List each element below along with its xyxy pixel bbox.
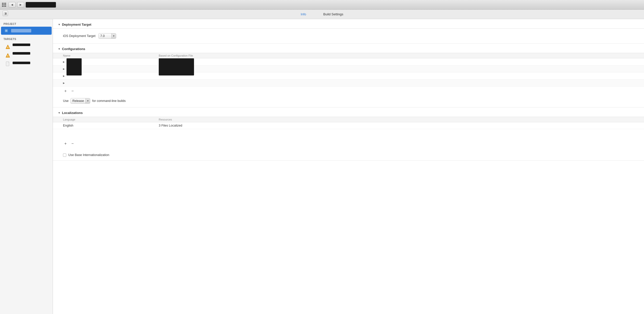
config-add-button[interactable]: + (63, 89, 68, 94)
project-icon (4, 28, 9, 33)
config-rows-container: ▶ ▶ (53, 58, 644, 87)
configurations-header: ▼ Configurations (53, 44, 644, 53)
loc-row-english: English 3 Files Localized (53, 122, 644, 129)
tab-bar: ◨ Info Build Settings (0, 10, 644, 19)
localizations-chevron[interactable]: ▼ (58, 111, 60, 114)
config-row-1-name: ▶ (63, 61, 155, 63)
sidebar-item-project[interactable] (1, 27, 52, 35)
release-select[interactable]: Release ▼ (71, 98, 90, 104)
loc-actions: + − (53, 139, 644, 150)
ios-deployment-label: iOS Deployment Target (63, 34, 95, 38)
config-row-4-name: ▶ (63, 82, 155, 84)
config-row-2-expand[interactable]: ▶ (63, 68, 67, 70)
targets-section-label: TARGETS (0, 37, 53, 42)
deployment-target-header: ▼ Deployment Target (53, 19, 644, 29)
use-label: Use (63, 99, 69, 103)
project-section-label: PROJECT (0, 22, 53, 26)
base-intl-row: Use Base Internationalization (53, 150, 644, 160)
loc-col-res-header: Resources (159, 118, 634, 121)
loc-col-lang-header: Language (63, 118, 159, 121)
svg-rect-1 (5, 30, 7, 32)
collapse-sidebar-button[interactable]: ◨ (3, 11, 8, 16)
release-arrow: ▼ (85, 98, 90, 104)
sidebar-item-target-1[interactable]: A (4, 43, 49, 50)
config-remove-button[interactable]: − (70, 89, 75, 94)
localizations-section: ▼ Localizations Language Resources Engli… (53, 107, 644, 161)
project-title-bar (26, 2, 56, 8)
config-row-2: ▶ (53, 65, 644, 72)
loc-empty-space (53, 129, 644, 139)
svg-text:A: A (7, 46, 9, 49)
targets-list: A A (3, 43, 50, 76)
loc-language-english: English (63, 124, 159, 127)
configurations-chevron[interactable]: ▼ (58, 48, 60, 50)
config-row-3-expand[interactable]: ▶ (63, 75, 67, 77)
config-row-1-expand[interactable]: ▶ (63, 61, 67, 63)
use-release-row: Use Release ▼ for command-line builds (53, 96, 644, 107)
loc-table-header: Language Resources (53, 117, 644, 122)
localizations-title: Localizations (62, 111, 83, 115)
svg-rect-7 (8, 62, 9, 63)
for-command-line-label: for command-line builds (92, 99, 126, 103)
target-3-name (13, 62, 30, 64)
config-table-header: Name Based on Configuration File (53, 53, 644, 58)
loc-add-button[interactable]: + (63, 141, 68, 146)
ios-deployment-value: 7.0 (99, 34, 111, 38)
config-actions: + − (53, 87, 644, 96)
sidebar-item-target-3[interactable] (4, 60, 49, 67)
localizations-header: ▼ Localizations (53, 107, 644, 117)
sidebar: PROJECT TARGETS A (0, 19, 53, 314)
configurations-section: ▼ Configurations Name Based on Configura… (53, 44, 644, 107)
configurations-title: Configurations (62, 47, 85, 51)
config-row-3: ▶ (53, 72, 644, 80)
targets-black-box (4, 68, 37, 76)
tab-build-settings[interactable]: Build Settings (322, 11, 344, 18)
deployment-target-title: Deployment Target (62, 23, 91, 26)
target-1-name (13, 44, 30, 46)
main-layout: PROJECT TARGETS A (0, 19, 644, 314)
target-2-name (13, 52, 30, 55)
config-row-1-name-box (67, 58, 82, 75)
config-row-1: ▶ (53, 58, 644, 65)
deployment-target-content: iOS Deployment Target 7.0 ▼ (53, 29, 644, 44)
project-name (11, 29, 31, 32)
release-value: Release (71, 99, 85, 103)
deployment-target-chevron[interactable]: ▼ (58, 23, 60, 26)
tab-info[interactable]: Info (300, 11, 307, 18)
config-row-4: ▶ (53, 80, 644, 87)
target-icon-3 (5, 61, 11, 67)
ios-deployment-select[interactable]: 7.0 ▼ (99, 33, 116, 39)
targets-group: A A (0, 42, 53, 77)
config-col-file-header: Based on Configuration File (159, 54, 634, 57)
ios-deployment-field-row: iOS Deployment Target 7.0 ▼ (63, 33, 636, 39)
target-icon-1: A (5, 44, 11, 50)
forward-button[interactable]: ▶ (17, 2, 24, 8)
loc-remove-button[interactable]: − (70, 141, 75, 146)
config-rows-group: ▶ ▶ (53, 58, 644, 87)
back-button[interactable]: ◀ (9, 2, 16, 8)
toolbar: ◀ ▶ (0, 0, 644, 10)
base-intl-checkbox[interactable] (63, 153, 66, 157)
base-intl-label: Use Base Internationalization (68, 153, 109, 157)
config-row-4-expand[interactable]: ▶ (63, 82, 67, 84)
deployment-target-section: ▼ Deployment Target iOS Deployment Targe… (53, 19, 644, 44)
target-1-labels (13, 44, 30, 46)
target-2-labels (13, 52, 30, 55)
content-area: ▼ Deployment Target iOS Deployment Targe… (53, 19, 644, 314)
target-icon-2: A (5, 53, 11, 58)
config-row-1-file-box (159, 58, 194, 75)
grid-icon (2, 3, 6, 7)
ios-deployment-arrow: ▼ (111, 33, 116, 39)
svg-text:A: A (7, 55, 9, 57)
config-col-name-header: Name (63, 54, 159, 57)
sidebar-item-target-2[interactable]: A (4, 51, 49, 59)
loc-resources-english: 3 Files Localized (159, 124, 634, 127)
